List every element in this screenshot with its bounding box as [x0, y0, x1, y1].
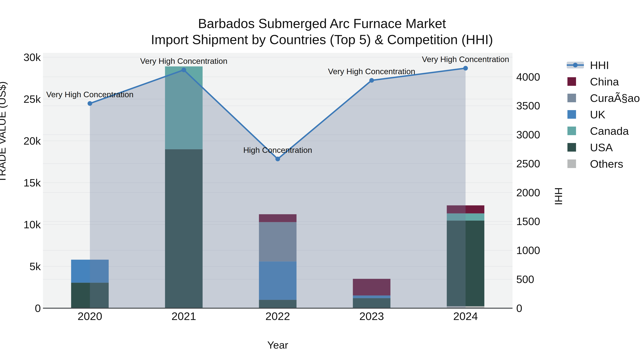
x-tick-2021: 2021 — [172, 310, 196, 322]
legend-swatch-curaã§ao — [567, 94, 584, 102]
legend: HHIChinaCuraÃ§aoUKCanadaUSAOthers — [567, 57, 640, 172]
legend-swatch-canada — [567, 127, 584, 135]
legend-item-china[interactable]: China — [567, 73, 640, 90]
legend-item-curaã§ao[interactable]: CuraÃ§ao — [567, 90, 640, 106]
y-left-tick-5k: 5k — [30, 261, 41, 273]
legend-item-canada[interactable]: Canada — [567, 123, 640, 139]
legend-label-canada: Canada — [590, 125, 629, 137]
color-swatch-icon — [568, 143, 576, 152]
color-swatch-icon — [568, 77, 576, 86]
x-tick-2020: 2020 — [78, 310, 102, 322]
hhi-marker-2020[interactable] — [88, 101, 92, 106]
y-right-tick-4000: 4000 — [516, 71, 540, 83]
legend-swatch-china — [567, 77, 584, 86]
chart-figure: Barbados Submerged Arc Furnace Market Im… — [0, 0, 644, 362]
y-right-tick-0: 0 — [516, 302, 522, 314]
y-left-tick-15k: 15k — [24, 177, 41, 189]
hhi-marker-2024[interactable] — [463, 66, 468, 70]
plot-area: 05k10k15k20k25k30k0500100015002000250030… — [0, 0, 644, 362]
legend-label-others: Others — [590, 157, 623, 170]
annotation-2023: Very High Concentration — [328, 67, 416, 76]
y-left-tick-0: 0 — [35, 302, 41, 314]
y-axis-left-title: TRADE VALUE (US$) — [0, 81, 8, 183]
hhi-area-swatch — [567, 62, 584, 68]
legend-label-hhi: HHI — [590, 59, 609, 71]
y-axis-right-title: HHI — [552, 187, 564, 205]
y-right-tick-3000: 3000 — [516, 129, 540, 141]
legend-item-hhi[interactable]: HHI — [567, 57, 640, 73]
legend-swatch-usa — [567, 143, 584, 152]
legend-label-usa: USA — [590, 141, 613, 154]
y-right-tick-2500: 2500 — [516, 158, 540, 170]
y-right-tick-2000: 2000 — [516, 187, 540, 199]
legend-label-curaã§ao: CuraÃ§ao — [590, 92, 640, 104]
annotation-2021: Very High Concentration — [140, 56, 228, 66]
hhi-marker-2021[interactable] — [182, 67, 186, 72]
color-swatch-icon — [568, 127, 576, 135]
legend-swatch-others — [567, 159, 584, 168]
color-swatch-icon — [568, 159, 576, 168]
y-left-tick-20k: 20k — [24, 135, 41, 147]
annotation-2022: High Concentration — [243, 145, 312, 155]
legend-item-usa[interactable]: USA — [567, 139, 640, 156]
x-axis-title: Year — [43, 339, 512, 351]
hhi-line-sample-icon — [567, 62, 584, 68]
hhi-marker-icon — [573, 63, 578, 67]
legend-item-others[interactable]: Others — [567, 156, 640, 172]
hhi-marker-2023[interactable] — [370, 78, 374, 83]
y-right-tick-500: 500 — [516, 273, 534, 285]
legend-label-uk: UK — [590, 108, 605, 121]
legend-item-uk[interactable]: UK — [567, 106, 640, 123]
x-tick-2023: 2023 — [360, 310, 384, 322]
y-right-tick-1500: 1500 — [516, 215, 540, 227]
y-right-tick-1000: 1000 — [516, 244, 540, 256]
annotation-2024: Very High Concentration — [422, 55, 509, 64]
color-swatch-icon — [568, 110, 576, 119]
color-swatch-icon — [568, 94, 576, 102]
y-left-tick-30k: 30k — [24, 51, 41, 63]
hhi-marker-2022[interactable] — [276, 157, 280, 161]
y-left-tick-25k: 25k — [24, 93, 41, 105]
y-left-tick-10k: 10k — [24, 219, 41, 231]
legend-swatch-uk — [567, 110, 584, 119]
annotation-2020: Very High Concentration — [46, 90, 134, 99]
legend-label-china: China — [590, 75, 619, 88]
y-right-tick-3500: 3500 — [516, 100, 540, 112]
x-tick-2022: 2022 — [266, 310, 290, 322]
x-tick-2024: 2024 — [453, 310, 478, 322]
